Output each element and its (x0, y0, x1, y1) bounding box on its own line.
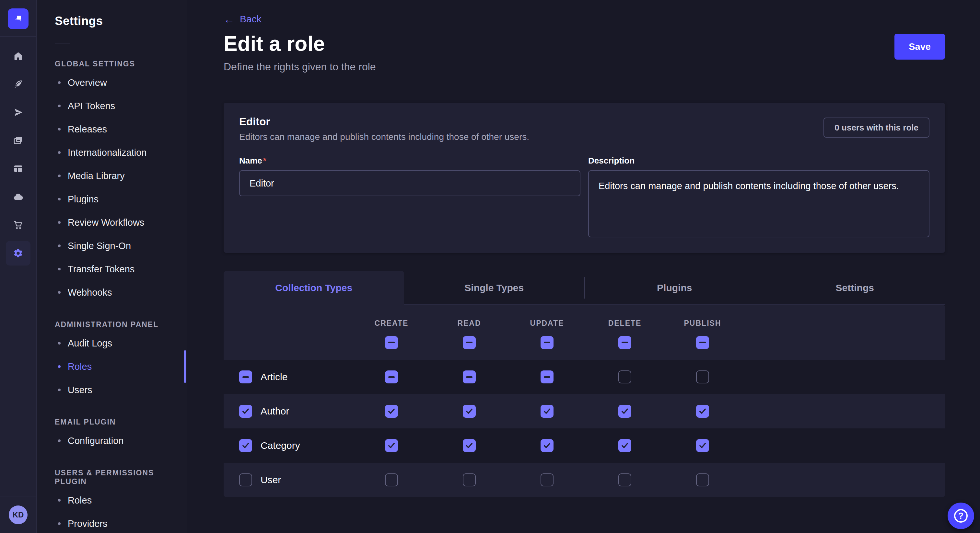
sidebar-item-label: Audit Logs (68, 338, 112, 349)
permission-row-article: Article (224, 360, 945, 394)
sidebar-item-internationalization[interactable]: Internationalization (37, 141, 187, 164)
user-read-checkbox[interactable] (463, 473, 476, 486)
user-avatar[interactable]: KD (9, 506, 27, 524)
nav-feather-icon[interactable] (6, 72, 30, 97)
author-delete-checkbox[interactable] (618, 405, 631, 418)
sidebar-item-audit-logs[interactable]: Audit Logs (37, 332, 187, 355)
sidebar-item-label: Single Sign-On (68, 241, 131, 251)
tab-single-types[interactable]: Single Types (404, 271, 585, 305)
page-header: Edit a role Define the rights given to t… (224, 32, 945, 73)
sidebar-item-overview[interactable]: Overview (37, 71, 187, 94)
category-update-checkbox[interactable] (541, 439, 554, 452)
bullet-dot-icon (58, 174, 60, 177)
user-delete-checkbox[interactable] (618, 473, 631, 486)
app-root: KD Settings GLOBAL SETTINGSOverviewAPI T… (0, 0, 980, 533)
description-field-group: Description Editors can manage and publi… (588, 156, 929, 237)
user-row-checkbox[interactable] (239, 473, 252, 486)
select-all-create-checkbox[interactable] (385, 336, 398, 349)
permissions-table-body: ArticleAuthorCategoryUser (224, 360, 945, 497)
sidebar-item-webhooks[interactable]: Webhooks (37, 281, 187, 304)
tab-collection-types[interactable]: Collection Types (224, 271, 404, 305)
sidebar-item-roles[interactable]: Roles (37, 489, 187, 512)
column-label: CREATE (375, 319, 409, 328)
article-update-checkbox[interactable] (541, 370, 554, 383)
indeterminate-dash-icon (699, 342, 706, 343)
sidebar-item-label: Releases (68, 124, 107, 135)
category-row-checkbox[interactable] (239, 439, 252, 452)
nav-content-type-builder-icon[interactable] (6, 156, 30, 181)
tab-plugins[interactable]: Plugins (584, 271, 765, 305)
category-publish-checkbox[interactable] (696, 439, 709, 452)
permission-cell (353, 473, 430, 486)
author-row-checkbox[interactable] (239, 405, 252, 418)
sidebar-item-media-library[interactable]: Media Library (37, 164, 187, 187)
back-row: ← Back (224, 14, 945, 25)
article-delete-checkbox[interactable] (618, 370, 631, 383)
author-create-checkbox[interactable] (385, 405, 398, 418)
column-header-create: CREATE (353, 319, 430, 349)
bullet-dot-icon (58, 198, 60, 200)
nav-paper-plane-icon[interactable] (6, 100, 30, 125)
select-all-publish-checkbox[interactable] (696, 336, 709, 349)
select-all-delete-checkbox[interactable] (618, 336, 631, 349)
sidebar-item-users[interactable]: Users (37, 378, 187, 401)
sidebar-item-api-tokens[interactable]: API Tokens (37, 94, 187, 117)
author-update-checkbox[interactable] (541, 405, 554, 418)
column-label: UPDATE (530, 319, 564, 328)
sidebar-item-single-sign-on[interactable]: Single Sign-On (37, 234, 187, 257)
check-icon (242, 407, 250, 416)
author-read-checkbox[interactable] (463, 405, 476, 418)
subnav-sections: GLOBAL SETTINGSOverviewAPI TokensRelease… (37, 60, 187, 533)
article-create-checkbox[interactable] (385, 370, 398, 383)
strapi-logo[interactable] (8, 8, 29, 29)
rail-divider (0, 36, 36, 36)
select-all-update-checkbox[interactable] (541, 336, 554, 349)
back-arrow-icon: ← (224, 14, 235, 25)
role-description-textarea[interactable]: Editors can manage and publish contents … (588, 170, 929, 237)
sidebar-item-label: Roles (68, 362, 92, 372)
sidebar-item-plugins[interactable]: Plugins (37, 187, 187, 211)
nav-settings-icon[interactable] (6, 241, 30, 265)
name-label: Name* (239, 156, 581, 166)
category-delete-checkbox[interactable] (618, 439, 631, 452)
nav-marketplace-cart-icon[interactable] (6, 213, 30, 237)
category-create-checkbox[interactable] (385, 439, 398, 452)
nav-cloud-icon[interactable] (6, 185, 30, 209)
save-button[interactable]: Save (894, 34, 945, 60)
subnav-title: Settings (55, 14, 187, 28)
rail-bottom: KD (0, 496, 36, 533)
article-row-checkbox[interactable] (239, 370, 252, 383)
user-update-checkbox[interactable] (541, 473, 554, 486)
bullet-dot-icon (58, 499, 60, 501)
section-header-email-plugin: EMAIL PLUGIN (55, 418, 187, 427)
bullet-dot-icon (58, 221, 60, 224)
sidebar-item-roles[interactable]: Roles (37, 355, 187, 378)
sidebar-item-label: Internationalization (68, 148, 146, 158)
sidebar-item-providers[interactable]: Providers (37, 512, 187, 533)
author-publish-checkbox[interactable] (696, 405, 709, 418)
sidebar-item-configuration[interactable]: Configuration (37, 429, 187, 452)
article-publish-checkbox[interactable] (696, 370, 709, 383)
role-name-input[interactable] (239, 170, 581, 196)
permission-cell (586, 439, 664, 452)
sidebar-item-releases[interactable]: Releases (37, 117, 187, 141)
article-read-checkbox[interactable] (463, 370, 476, 383)
back-link[interactable]: ← Back (224, 14, 261, 25)
select-all-read-checkbox[interactable] (463, 336, 476, 349)
help-button[interactable]: ? (948, 503, 974, 529)
user-publish-checkbox[interactable] (696, 473, 709, 486)
sidebar-item-transfer-tokens[interactable]: Transfer Tokens (37, 257, 187, 281)
description-label: Description (588, 156, 929, 166)
tab-settings[interactable]: Settings (765, 271, 945, 305)
page-header-text: Edit a role Define the rights given to t… (224, 32, 376, 73)
users-count-badge[interactable]: 0 users with this role (824, 117, 929, 138)
user-create-checkbox[interactable] (385, 473, 398, 486)
nav-home-icon[interactable] (6, 44, 30, 68)
sidebar-item-review-workflows[interactable]: Review Workflows (37, 211, 187, 234)
check-icon (698, 407, 707, 416)
role-card-description: Editors can manage and publish contents … (239, 132, 529, 142)
category-read-checkbox[interactable] (463, 439, 476, 452)
sidebar-item-label: Plugins (68, 194, 99, 205)
section-header-users-permissions-plugin: USERS & PERMISSIONS PLUGIN (55, 468, 187, 486)
nav-media-library-icon[interactable] (6, 128, 30, 153)
